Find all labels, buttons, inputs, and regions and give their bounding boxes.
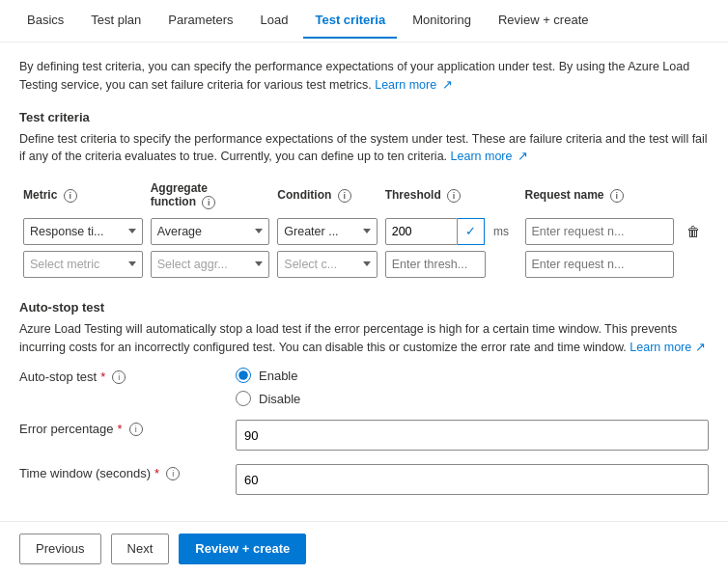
dropdown-arrow-icon-6	[363, 261, 371, 266]
col-header-metric: Metric i	[19, 178, 147, 215]
required-star-3: *	[154, 466, 159, 480]
metric-info-icon[interactable]: i	[64, 189, 77, 203]
condition-value-row2: Select c...	[284, 258, 337, 271]
aggr-value-row1: Average	[157, 225, 202, 238]
col-header-threshold: Threshold i	[381, 178, 490, 215]
dropdown-arrow-icon-2	[255, 229, 263, 233]
nav-item-testplan[interactable]: Test plan	[79, 3, 153, 39]
condition-dropdown-row2[interactable]: Select c...	[277, 251, 377, 278]
test-criteria-description: Define test criteria to specify the perf…	[19, 130, 709, 167]
metric-dropdown-row1[interactable]: Response ti...	[23, 218, 143, 245]
top-navigation: Basics Test plan Parameters Load Test cr…	[0, 0, 728, 42]
autostop-enable-radio[interactable]	[236, 368, 251, 383]
autostop-enable-option[interactable]: Enable	[236, 368, 709, 383]
col-header-delete	[678, 178, 709, 215]
info-banner-learn-more[interactable]: Learn more ↗	[375, 78, 451, 92]
autostop-info-icon[interactable]: i	[112, 370, 126, 384]
previous-button[interactable]: Previous	[19, 534, 101, 564]
dropdown-arrow-icon	[128, 229, 136, 233]
external-link-icon-2: ↗	[518, 148, 527, 157]
dropdown-arrow-icon-4	[128, 261, 136, 266]
col-header-condition: Condition i	[273, 178, 380, 215]
autostop-title: Auto-stop test	[19, 300, 709, 315]
review-create-button[interactable]: Review + create	[179, 534, 306, 564]
error-percentage-row: Error percentage * i	[19, 420, 709, 451]
error-pct-info-icon[interactable]: i	[129, 423, 143, 436]
criteria-table: Metric i Aggregatefunction i Condition i…	[19, 178, 709, 281]
delete-icon: 🗑	[686, 224, 700, 239]
time-window-info-icon[interactable]: i	[166, 467, 180, 480]
aggr-value-row2: Select aggr...	[157, 258, 228, 271]
info-banner-text: By defining test criteria, you can speci…	[19, 60, 689, 92]
threshold-row1: ✓	[385, 218, 486, 245]
col-header-reqname: Request name i	[521, 178, 678, 215]
main-content: By defining test criteria, you can speci…	[0, 42, 728, 521]
col-header-ms	[490, 178, 520, 215]
col-header-aggr: Aggregatefunction i	[147, 178, 274, 215]
external-link-icon: ↗	[442, 76, 452, 86]
threshold-input-row1[interactable]	[385, 218, 458, 245]
threshold-info-icon[interactable]: i	[447, 189, 461, 203]
autostop-radio-group: Enable Disable	[236, 368, 709, 406]
autostop-learn-more[interactable]: Learn more ↗	[630, 341, 705, 354]
required-star-2: *	[118, 422, 123, 436]
nav-item-basics[interactable]: Basics	[15, 3, 75, 39]
aggr-dropdown-row1[interactable]: Average	[151, 218, 270, 245]
autostop-disable-label: Disable	[259, 392, 300, 406]
autostop-label: Auto-stop test * i	[19, 368, 212, 384]
nav-item-reviewcreate[interactable]: Review + create	[487, 3, 601, 39]
error-percentage-label: Error percentage * i	[19, 420, 212, 436]
metric-value-row2: Select metric	[30, 258, 99, 271]
autostop-disable-radio[interactable]	[236, 391, 251, 406]
test-criteria-title: Test criteria	[19, 110, 709, 124]
metric-value-row1: Response ti...	[30, 225, 103, 238]
table-row: Select metric Select aggr... Select c...	[19, 248, 709, 281]
time-window-control	[236, 464, 709, 495]
dropdown-arrow-icon-3	[363, 229, 371, 233]
metric-dropdown-row2[interactable]: Select metric	[23, 251, 143, 278]
reqname-info-icon[interactable]: i	[610, 189, 624, 203]
nav-item-testcriteria[interactable]: Test criteria	[303, 3, 397, 39]
info-banner: By defining test criteria, you can speci…	[19, 58, 709, 95]
unit-label-row2	[490, 248, 520, 281]
unit-label-row1: ms	[490, 215, 520, 248]
dropdown-arrow-icon-5	[255, 261, 263, 266]
autostop-description: Azure Load Testing will automatically st…	[19, 320, 709, 357]
threshold-input-row2[interactable]	[385, 251, 486, 278]
test-criteria-learn-more[interactable]: Learn more ↗	[451, 150, 527, 163]
reqname-input-row2[interactable]	[525, 251, 674, 278]
next-button[interactable]: Next	[111, 534, 170, 564]
aggr-info-icon[interactable]: i	[202, 196, 215, 209]
autostop-enable-label: Enable	[259, 369, 297, 383]
time-window-row: Time window (seconds) * i	[19, 464, 709, 495]
required-star: *	[100, 370, 105, 384]
nav-item-load[interactable]: Load	[249, 3, 300, 39]
error-percentage-control	[236, 420, 709, 451]
nav-item-parameters[interactable]: Parameters	[156, 3, 244, 39]
delete-row1-button[interactable]: 🗑	[682, 220, 705, 243]
time-window-label: Time window (seconds) * i	[19, 464, 212, 480]
condition-dropdown-row1[interactable]: Greater ...	[277, 218, 377, 245]
reqname-input-row1[interactable]	[525, 218, 674, 245]
threshold-check-icon: ✓	[458, 218, 485, 245]
aggr-dropdown-row2[interactable]: Select aggr...	[151, 251, 270, 278]
external-link-icon-3: ↗	[695, 341, 706, 354]
footer: Previous Next Review + create	[0, 521, 728, 575]
table-row: Response ti... Average Greater ...	[19, 215, 709, 248]
nav-item-monitoring[interactable]: Monitoring	[401, 3, 483, 39]
error-percentage-input[interactable]	[236, 420, 709, 451]
condition-value-row1: Greater ...	[284, 225, 338, 238]
autostop-disable-option[interactable]: Disable	[236, 391, 709, 406]
time-window-input[interactable]	[236, 464, 709, 495]
condition-info-icon[interactable]: i	[338, 189, 351, 203]
autostop-toggle-row: Auto-stop test * i Enable Disable	[19, 368, 709, 406]
